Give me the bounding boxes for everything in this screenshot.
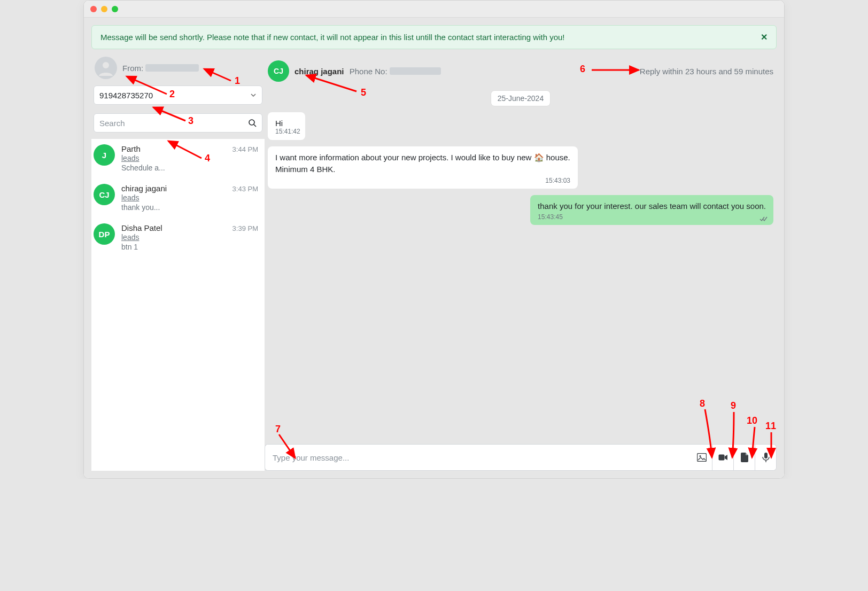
app-body: Message will be send shortly. Please not…	[84, 18, 784, 478]
conversation-time: 3:43 PM	[232, 185, 258, 193]
from-number-redacted	[145, 64, 199, 72]
attach-document-button[interactable]	[734, 444, 755, 471]
message-time: 15:41:42	[275, 127, 300, 136]
conversation-item[interactable]: DP Disha Patel 3:39 PM leads btn 1	[91, 218, 265, 258]
chat-contact-name: chirag jagani	[294, 67, 344, 76]
conversation-item[interactable]: J Parth 3:44 PM leads Schedule a...	[91, 139, 265, 178]
phone-number-value: 919428735270	[99, 91, 153, 100]
notification-close-icon[interactable]: ✕	[761, 32, 768, 42]
titlebar	[84, 1, 784, 18]
image-icon	[697, 453, 707, 462]
microphone-icon	[762, 453, 770, 462]
conversation-time: 3:39 PM	[232, 224, 258, 232]
avatar: J	[94, 144, 115, 166]
avatar-placeholder-icon	[95, 57, 117, 79]
message-time: 15:43:03	[545, 176, 570, 185]
conversation-item[interactable]: CJ chirag jagani 3:43 PM leads thank you…	[91, 178, 265, 218]
reply-window-text: Reply within 23 hours and 59 minutes	[640, 67, 773, 76]
notification-text: Message will be send shortly. Please not…	[100, 33, 565, 42]
from-label: From:	[122, 64, 143, 73]
attach-image-button[interactable]	[691, 444, 712, 471]
date-separator: 25-June-2024	[491, 91, 550, 106]
search-wrapper	[94, 113, 262, 133]
search-input[interactable]	[99, 119, 248, 128]
phone-number-redacted	[390, 67, 441, 75]
chat-title-block: chirag jagani Phone No:	[294, 67, 441, 76]
workspace: From: 919428735270	[91, 55, 777, 471]
phone-number-select[interactable]: 919428735270	[94, 85, 262, 105]
message-input[interactable]	[265, 444, 691, 471]
record-audio-button[interactable]	[755, 444, 777, 471]
chat-avatar: CJ	[268, 60, 289, 82]
conversation-name: Parth	[121, 144, 141, 153]
message-time: 15:43:45	[538, 213, 563, 222]
svg-point-4	[699, 455, 701, 457]
conversation-list: J Parth 3:44 PM leads Schedule a... CJ	[91, 139, 265, 471]
message-outgoing: thank you for your interest. our sales t…	[530, 195, 773, 225]
from-row: From:	[91, 55, 265, 85]
chat-header: CJ chirag jagani Phone No: Reply within …	[265, 55, 777, 88]
from-label-row: From:	[122, 64, 199, 73]
notification-banner: Message will be send shortly. Please not…	[91, 25, 777, 49]
conversation-tag[interactable]: leads	[121, 233, 139, 242]
app-window: Message will be send shortly. Please not…	[83, 0, 785, 479]
conversation-snippet: thank you...	[121, 203, 258, 212]
attach-video-button[interactable]	[712, 444, 734, 471]
window-minimize-icon[interactable]	[101, 6, 107, 12]
conversation-snippet: btn 1	[121, 243, 258, 251]
conversation-time: 3:44 PM	[232, 145, 258, 153]
chevron-down-icon	[250, 92, 257, 98]
svg-rect-6	[764, 453, 768, 458]
chat-phone-block: Phone No:	[350, 67, 441, 76]
conversation-tag[interactable]: leads	[121, 193, 139, 202]
svg-rect-5	[718, 455, 724, 461]
window-zoom-icon[interactable]	[112, 6, 118, 12]
chat-area: CJ chirag jagani Phone No: Reply within …	[265, 55, 777, 471]
message-incoming: I want more information about your new p…	[268, 146, 578, 189]
composer	[265, 444, 777, 471]
svg-point-0	[103, 62, 109, 68]
sidebar: From: 919428735270	[91, 55, 265, 471]
phone-label: Phone No:	[350, 67, 387, 76]
conversation-name: chirag jagani	[121, 184, 167, 193]
conversation-name: Disha Patel	[121, 223, 162, 232]
search-icon[interactable]	[248, 119, 257, 127]
svg-point-1	[249, 120, 254, 125]
document-icon	[741, 453, 748, 462]
conversation-snippet: Schedule a...	[121, 164, 258, 172]
messages-panel: 25-June-2024 Hi 15:41:42 I want more inf…	[265, 88, 777, 444]
message-status-icon	[759, 216, 768, 222]
message-text: thank you for your interest. our sales t…	[538, 200, 766, 212]
avatar: DP	[94, 223, 115, 245]
message-incoming: Hi 15:41:42	[268, 112, 305, 140]
svg-rect-3	[697, 454, 706, 462]
message-text: I want more information about your new p…	[275, 152, 570, 175]
svg-line-2	[254, 125, 256, 127]
window-close-icon[interactable]	[90, 6, 97, 12]
conversation-tag[interactable]: leads	[121, 154, 139, 162]
avatar: CJ	[94, 184, 115, 205]
video-icon	[718, 454, 728, 461]
